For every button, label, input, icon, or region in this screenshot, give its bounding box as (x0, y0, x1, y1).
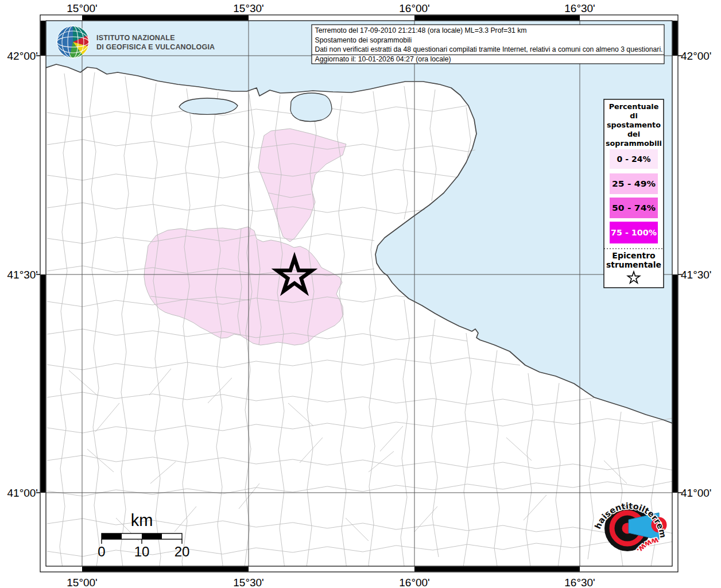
legend-swatch-3-label: 75 - 100% (611, 228, 657, 237)
axis-top-label-1: 15°30' (233, 2, 264, 14)
axis-top-label-3: 16°30' (564, 2, 595, 14)
axis-right-label-0: 42°00' (681, 50, 712, 62)
axis-left-label-0: 42°00' (7, 50, 38, 62)
earthquake-map-figure: 15°00' 15°30' 16°00' 16°30' 15°00' 15°30… (0, 0, 721, 588)
legend-title-line-1: di (630, 111, 638, 120)
scale-tick-10: 10 (134, 544, 150, 559)
info-line-event: Terremoto del 17-09-2010 21:21:48 (ora l… (315, 26, 527, 34)
axis-right-label-1: 41°30' (681, 269, 712, 281)
info-box: Terremoto del 17-09-2010 21:21:48 (ora l… (312, 25, 664, 64)
axis-bottom-label-2: 16°00' (399, 577, 430, 588)
axis-right-label-2: 41°00' (681, 487, 712, 499)
legend-title-line-4: soprammobili (606, 139, 662, 148)
legend-title-line-0: Percentuale (609, 102, 659, 111)
legend-epicenter-line-0: Epicentro (612, 251, 656, 260)
info-line-disclaimer: Dati non verificati estratti da 48 quest… (315, 45, 663, 53)
info-line-updated: Aggiornato il: 10-01-2026 04:27 (ora loc… (315, 55, 451, 63)
legend-title-line-2: spostamento (607, 121, 661, 129)
scale-unit-label: km (131, 511, 153, 529)
ingv-name-line2: DI GEOFISICA E VULCANOLOGIA (96, 43, 215, 51)
axis-left-label-1: 41°30' (7, 269, 38, 281)
ingv-name-line1: ISTITUTO NAZIONALE (96, 34, 175, 42)
axis-top-label-0: 15°00' (67, 2, 98, 14)
legend-swatch-1-label: 25 - 49% (612, 179, 656, 188)
legend-swatch-2-label: 50 - 74% (612, 203, 656, 212)
axis-top-label-2: 16°00' (399, 2, 430, 14)
axis-bottom-label-0: 15°00' (67, 577, 98, 588)
axis-bottom-label-1: 15°30' (233, 577, 264, 588)
info-line-effect: Spostamento dei soprammobili (315, 36, 412, 44)
axis-bottom-label-3: 16°30' (564, 577, 595, 588)
legend: Percentuale di spostamento dei soprammob… (604, 99, 664, 288)
legend-epicenter-line-1: strumentale (606, 260, 661, 269)
axis-left-label-2: 41°00' (7, 487, 38, 499)
lagoon-lesina (179, 98, 238, 114)
lagoon-varano (290, 93, 332, 122)
legend-title-line-3: dei (627, 130, 640, 138)
scale-tick-20: 20 (175, 544, 190, 559)
legend-swatch-0-label: 0 - 24% (617, 154, 651, 164)
scale-tick-0: 0 (98, 544, 105, 559)
